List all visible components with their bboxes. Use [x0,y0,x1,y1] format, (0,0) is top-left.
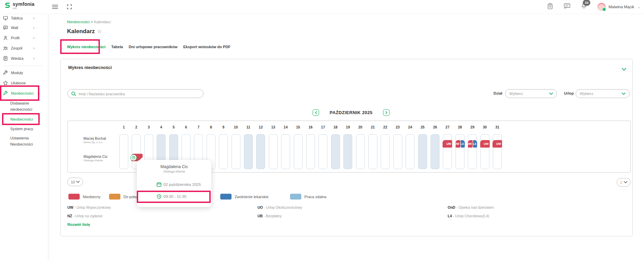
day-column-9[interactable] [219,134,228,169]
abbreviation-ond: OnD - Opieka nad dzieckiem [448,205,494,209]
employee-unit: Obsługa Klienta [83,159,124,162]
absence-event-uw[interactable]: UW [492,140,502,148]
employee-label: Maciej BochatDemo Sp. z o.o. [83,136,124,144]
page-size-select[interactable]: 10 [67,178,83,186]
department-label: Dział [494,91,502,95]
day-column-15[interactable] [294,134,303,169]
sidebar-subitem-system-pracy[interactable]: System pracy [10,126,40,132]
employee-name: Magdalena Cis [83,154,124,159]
day-column-11[interactable] [244,134,253,169]
day-column-18[interactable] [331,134,340,169]
absence-event-uw[interactable]: UW [480,140,490,148]
sidebar-item-nieobecnos-ci[interactable]: Nieobecności⌄ [0,90,48,96]
day-column-29[interactable] [468,134,477,169]
tab-eksport-wniosko-w-do-pdf[interactable]: Eksport wniosków do PDF [183,45,231,49]
absence-event-l4[interactable]: L4 [473,140,477,148]
breadcrumb-current: Kalendarz [94,20,111,24]
day-number: 18 [331,125,340,129]
day-column-20[interactable] [356,134,365,169]
day-column-21[interactable] [368,134,377,169]
next-month-button[interactable] [383,109,390,116]
absence-event-uw[interactable]: UW [468,140,473,148]
tab-wykres-nieobecnos-ci[interactable]: Wykres nieobecności [67,45,105,49]
department-select-value: Wybierz [509,92,523,96]
sidebar-item-tablica[interactable]: Tablica› [0,15,48,21]
sidebar-item-wall[interactable]: Wall› [0,25,48,31]
fullscreen-icon[interactable] [66,3,73,11]
day-column-31[interactable] [493,134,502,169]
leave-label: Urlop [564,91,574,95]
page-title: Kalendarz ☆ [67,28,102,35]
day-column-17[interactable] [318,134,327,169]
day-number: 8 [207,125,215,129]
brand-name: symfonia [13,2,35,6]
notifications-bell-icon[interactable]: 24 [581,3,587,11]
sidebar-item-label: Nieobecności [11,91,34,95]
sidebar-subitem-ustawienia-nieobecnos-ci[interactable]: Ustawienia Nieobecności [10,135,40,147]
legend-swatch [68,194,80,200]
panel-title: Wykres nieobecności [68,65,112,70]
day-number: 23 [393,125,402,129]
tasks-icon[interactable] [547,3,553,11]
breadcrumb-parent[interactable]: Nieobecności [67,20,90,24]
day-column-26[interactable] [431,134,439,169]
legend-item-praca-zdalna: Praca zdalna [290,194,326,200]
wrench-icon [3,70,8,76]
day-column-12[interactable] [256,134,265,169]
day-number: 26 [431,125,439,129]
sidebar-item-wiedza[interactable]: Wiedza› [0,55,48,61]
sidebar-item-profil[interactable]: Profil› [0,35,48,41]
tab-tabela[interactable]: Tabela [111,45,123,49]
day-column-27[interactable] [443,134,452,169]
absence-event-uw[interactable]: UW [456,140,460,148]
day-column-23[interactable] [393,134,402,169]
absence-event-uw[interactable]: UW [443,140,452,148]
page-size-value: 10 [71,180,75,184]
abbreviation-code: UB [258,214,263,218]
search-input[interactable] [78,90,199,98]
previous-month-button[interactable] [313,109,319,116]
abbreviation-ub: UB - Bezpłatny [258,214,282,218]
favorite-star-icon[interactable]: ☆ [97,28,102,35]
menu-icon[interactable] [51,3,59,11]
sidebar-subitem-nieobecnos-ci[interactable]: Nieobecności [10,116,40,122]
day-column-28[interactable] [456,134,464,169]
sidebar-subitem-dodawanie-nieobecnos-ci[interactable]: Dodawanie nieobecności [10,100,40,112]
sidebar-item-label: Wiedza [11,56,24,60]
chevron-down-icon [76,181,80,183]
day-column-10[interactable] [232,134,240,169]
notification-count-badge: 24 [583,0,590,6]
profile-icon [3,35,8,41]
day-column-25[interactable] [418,134,427,169]
day-column-14[interactable] [281,134,290,169]
page-select[interactable]: 1 [617,178,631,187]
tab-dni-urlopowe-pracowniko-w[interactable]: Dni urlopowe pracowników [129,45,177,49]
chevron-right-icon: › [33,25,35,30]
sidebar-item-ulubione[interactable]: Ulubione [0,80,48,86]
brand-logo[interactable]: symfonia HR [4,2,35,11]
day-column-19[interactable] [343,134,352,169]
panel-collapse-chevron-icon[interactable] [622,66,626,72]
messages-icon[interactable] [564,3,570,11]
day-column-16[interactable] [306,134,315,169]
day-column-13[interactable] [269,134,278,169]
sidebar-item-zespo[interactable]: Zespół› [0,45,48,51]
legend-label: Zwolnienie lekarskie [235,195,268,199]
day-column-30[interactable] [481,134,489,169]
day-number: 2 [132,125,141,129]
legend-label: Nieobecny [83,195,101,199]
day-number: 19 [343,125,352,129]
day-number: 11 [244,125,253,129]
team-icon [3,45,8,51]
user-menu[interactable]: Malwina Mącik ⌄ [597,3,641,11]
day-number: 13 [269,125,278,129]
day-column-22[interactable] [381,134,390,169]
day-column-24[interactable] [406,134,415,169]
department-select[interactable]: Wybierz [505,89,557,98]
day-number: 14 [281,125,290,129]
sidebar-item-modu-y[interactable]: Moduły [0,70,48,76]
leave-select[interactable]: Wybierz [576,89,630,98]
abbreviation-uo: UO - Urlop Okolicznościowy [258,205,302,209]
expand-list-link[interactable]: Rozwiń listę [67,222,90,227]
absence-event-l4[interactable]: L4 [461,140,465,148]
